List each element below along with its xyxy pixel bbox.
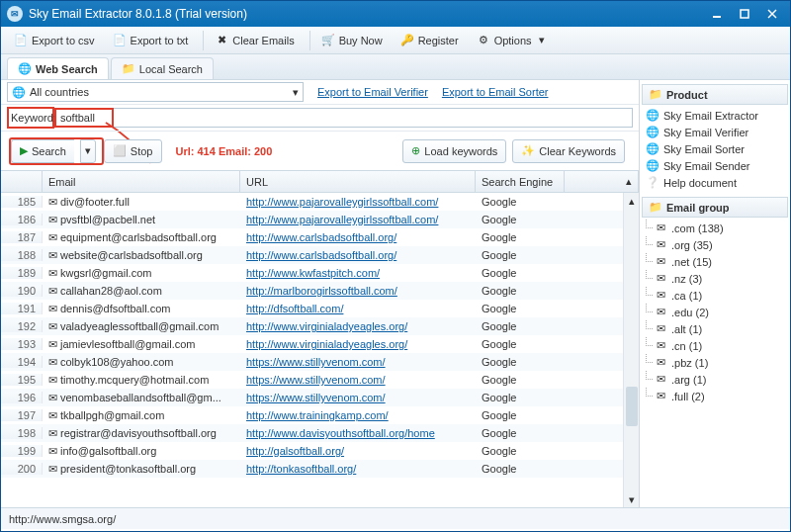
cell-url[interactable]: http://marlborogirlssoftball.com/ (240, 285, 476, 297)
cell-email: ✉venombaseballandsoftball@gm... (43, 392, 240, 404)
stop-button[interactable]: ⬜Stop (104, 139, 162, 163)
cell-email: ✉equipment@carlsbadsoftball.org (43, 231, 240, 244)
table-row[interactable]: 194✉colbyk108@yahoo.comhttps://www.still… (1, 353, 639, 371)
export-csv-button[interactable]: 📄Export to csv (7, 30, 102, 51)
group-item[interactable]: ✉.arg (1) (642, 371, 788, 388)
product-item[interactable]: 🌐Sky Email Verifier (642, 124, 788, 140)
group-item[interactable]: ✉.full (2) (642, 388, 788, 404)
buy-now-button[interactable]: 🛒Buy Now (314, 30, 390, 51)
clear-emails-button[interactable]: ✖Clear Emails (208, 30, 301, 51)
search-dropdown-button[interactable]: ▾ (80, 139, 96, 163)
export-sorter-link[interactable]: Export to Email Sorter (442, 86, 549, 98)
cell-url[interactable]: http://www.carlsbadsoftball.org/ (240, 231, 476, 243)
col-email[interactable]: Email (43, 171, 240, 192)
table-row[interactable]: 198✉registrar@davisyouthsoftball.orghttp… (1, 424, 639, 442)
table-row[interactable]: 188✉website@carlsbadsoftball.orghttp://w… (1, 246, 639, 264)
svg-rect-1 (741, 10, 748, 18)
table-row[interactable]: 193✉jamievlesoftball@gmail.comhttp://www… (1, 335, 639, 353)
cell-url[interactable]: http://dfsoftball.com/ (240, 303, 476, 314)
export-txt-button[interactable]: 📄Export to txt (106, 30, 196, 51)
group-item[interactable]: ✉.cn (1) (642, 337, 788, 354)
table-row[interactable]: 192✉valadyeaglessoftball@gmail.comhttp:/… (1, 317, 639, 335)
cell-email: ✉valadyeaglessoftball@gmail.com (43, 320, 240, 333)
table-row[interactable]: 195✉timothy.mcquery@hotmail.comhttps://w… (1, 371, 639, 389)
vertical-scrollbar[interactable]: ▴ ▾ (623, 193, 639, 507)
minimize-button[interactable] (705, 5, 729, 23)
table-row[interactable]: 197✉tkballpgh@gmail.comhttp://www.traini… (1, 406, 639, 424)
options-button[interactable]: ⚙Options▾ (470, 30, 556, 51)
col-rownum[interactable] (1, 171, 43, 192)
country-combo[interactable]: 🌐 All countries ▾ (7, 82, 304, 102)
scroll-down-button[interactable]: ▾ (624, 491, 639, 507)
scroll-thumb[interactable] (626, 387, 638, 426)
table-row[interactable]: 189✉kwgsrl@gmail.comhttp://www.kwfastpit… (1, 264, 639, 282)
grid-header: Email URL Search Engine ▴ (1, 171, 639, 193)
group-item[interactable]: ✉.ca (1) (642, 287, 788, 304)
register-button[interactable]: 🔑Register (394, 30, 466, 51)
table-row[interactable]: 196✉venombaseballandsoftball@gm...https:… (1, 389, 639, 406)
cell-url[interactable]: http://www.carlsbadsoftball.org/ (240, 249, 476, 261)
cell-url[interactable]: http://www.virginialadyeagles.org/ (240, 338, 476, 350)
table-row[interactable]: 185✉div@footer.fullhttp://www.pajarovall… (1, 193, 639, 211)
load-keywords-button[interactable]: ⊕Load keywords (402, 139, 506, 163)
cell-url[interactable]: https://www.stillyvenom.com/ (240, 392, 476, 403)
group-item[interactable]: ✉.pbz (1) (642, 354, 788, 371)
cell-engine: Google (476, 427, 565, 439)
cell-url[interactable]: https://www.stillyvenom.com/ (240, 374, 476, 386)
cell-url[interactable]: http://galsoftball.org/ (240, 445, 476, 457)
cell-url[interactable]: http://tonkasoftball.org/ (240, 463, 476, 475)
row-number: 191 (1, 303, 43, 314)
cell-url[interactable]: http://www.kwfastpitch.com/ (240, 267, 476, 279)
scroll-up-button[interactable]: ▴ (624, 193, 639, 209)
search-button[interactable]: ▶Search (11, 139, 74, 163)
cell-engine: Google (476, 445, 565, 457)
group-item[interactable]: ✉.org (35) (642, 236, 788, 253)
play-icon: ▶ (20, 144, 28, 157)
clear-keywords-button[interactable]: ✨Clear Keywords (512, 139, 625, 163)
table-row[interactable]: 186✉pvsftbl@pacbell.nethttp://www.pajaro… (1, 211, 639, 228)
cell-url[interactable]: http://www.pajarovalleygirlssoftball.com… (240, 214, 476, 225)
product-item[interactable]: 🌐Sky Email Sender (642, 157, 788, 174)
mail-icon: ✉ (654, 373, 667, 386)
cell-url[interactable]: http://www.trainingkamp.com/ (240, 409, 476, 421)
window-title: Sky Email Extractor 8.0.1.8 (Trial versi… (29, 7, 701, 21)
group-item[interactable]: ✉.alt (1) (642, 320, 788, 337)
cell-engine: Google (476, 267, 565, 279)
cell-url[interactable]: http://www.davisyouthsoftball.org/home (240, 427, 476, 439)
col-url[interactable]: URL (240, 171, 476, 192)
tab-local-search[interactable]: 📁Local Search (111, 57, 214, 79)
cell-engine: Google (476, 249, 565, 261)
maximize-button[interactable] (733, 5, 756, 23)
cell-engine: Google (476, 338, 565, 350)
gear-icon: ⚙ (477, 34, 490, 47)
group-item[interactable]: ✉.net (15) (642, 253, 788, 270)
cell-url[interactable]: https://www.stillyvenom.com/ (240, 356, 476, 368)
title-bar: ✉ Sky Email Extractor 8.0.1.8 (Trial ver… (1, 1, 790, 27)
table-row[interactable]: 190✉callahan28@aol.comhttp://marlborogir… (1, 282, 639, 300)
close-button[interactable] (760, 5, 784, 23)
product-item[interactable]: 🌐Sky Email Sorter (642, 140, 788, 157)
stop-icon: ⬜ (113, 144, 127, 157)
cell-engine: Google (476, 409, 565, 421)
tab-web-search[interactable]: 🌐Web Search (7, 57, 109, 79)
table-row[interactable]: 199✉info@galsoftball.orghttp://galsoftba… (1, 442, 639, 460)
cell-url[interactable]: http://www.virginialadyeagles.org/ (240, 320, 476, 332)
col-engine[interactable]: Search Engine (476, 171, 565, 192)
export-verifier-link[interactable]: Export to Email Verifier (317, 86, 428, 98)
group-item[interactable]: ✉.com (138) (642, 220, 788, 236)
keyword-input-extend[interactable] (114, 108, 633, 128)
row-number: 195 (1, 374, 43, 386)
table-row[interactable]: 191✉dennis@dfsoftball.comhttp://dfsoftba… (1, 300, 639, 317)
mail-icon: ✉ (48, 303, 57, 315)
mail-icon: ✉ (48, 320, 57, 333)
table-row[interactable]: 200✉president@tonkasoftball.orghttp://to… (1, 460, 639, 478)
product-item[interactable]: 🌐Sky Email Extractor (642, 107, 788, 124)
group-item[interactable]: ✉.nz (3) (642, 270, 788, 287)
product-panel-header[interactable]: 📁Product (642, 84, 788, 105)
group-item[interactable]: ✉.edu (2) (642, 304, 788, 320)
product-item[interactable]: ❔Help document (642, 174, 788, 191)
email-group-panel-header[interactable]: 📁Email group (642, 197, 788, 218)
table-row[interactable]: 187✉equipment@carlsbadsoftball.orghttp:/… (1, 228, 639, 246)
cell-url[interactable]: http://www.pajarovalleygirlssoftball.com… (240, 196, 476, 208)
keyword-input[interactable] (54, 108, 114, 128)
